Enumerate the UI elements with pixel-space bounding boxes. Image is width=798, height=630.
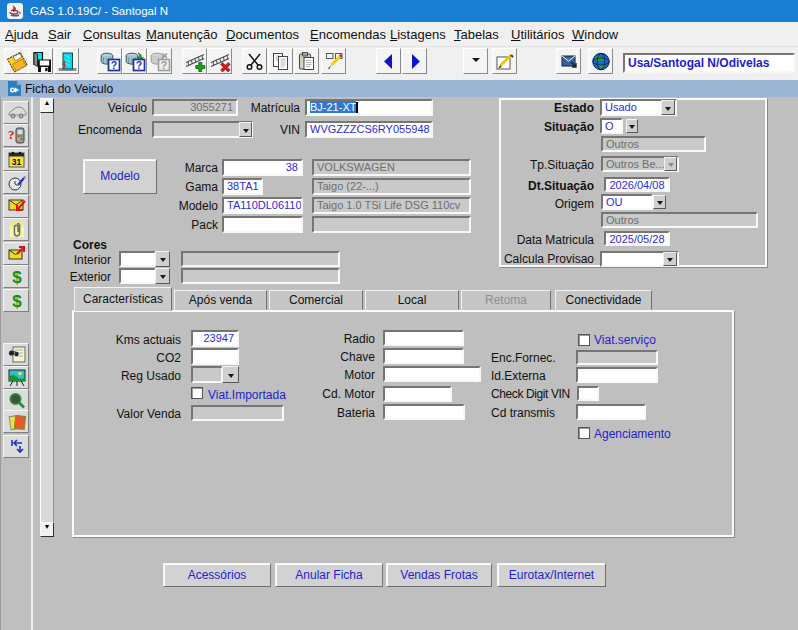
- svg-text:$: $: [12, 292, 22, 310]
- svg-text:?: ?: [136, 59, 142, 71]
- svg-text:$: $: [12, 268, 22, 286]
- svg-text:?: ?: [161, 59, 167, 71]
- svg-text:?: ?: [111, 59, 117, 71]
- svg-text:31: 31: [12, 157, 22, 167]
- svg-text:?: ?: [8, 127, 15, 142]
